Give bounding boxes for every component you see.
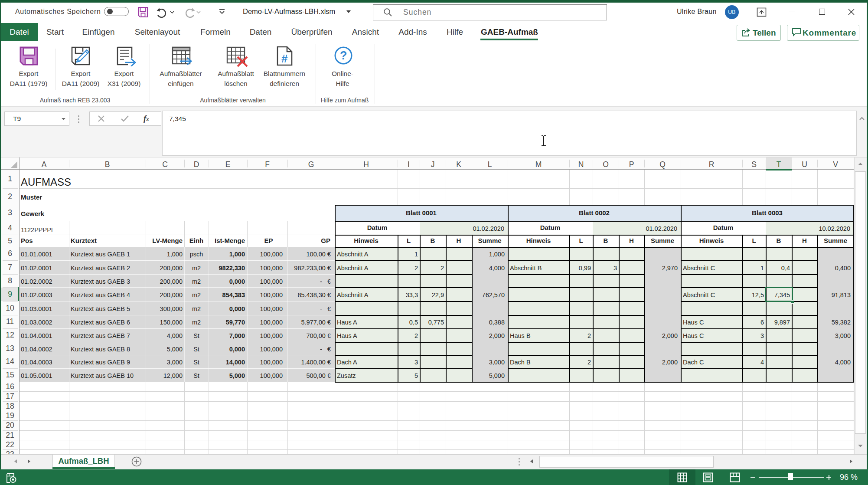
svg-text:?: ? — [340, 49, 347, 62]
svg-text:#: # — [281, 52, 288, 65]
